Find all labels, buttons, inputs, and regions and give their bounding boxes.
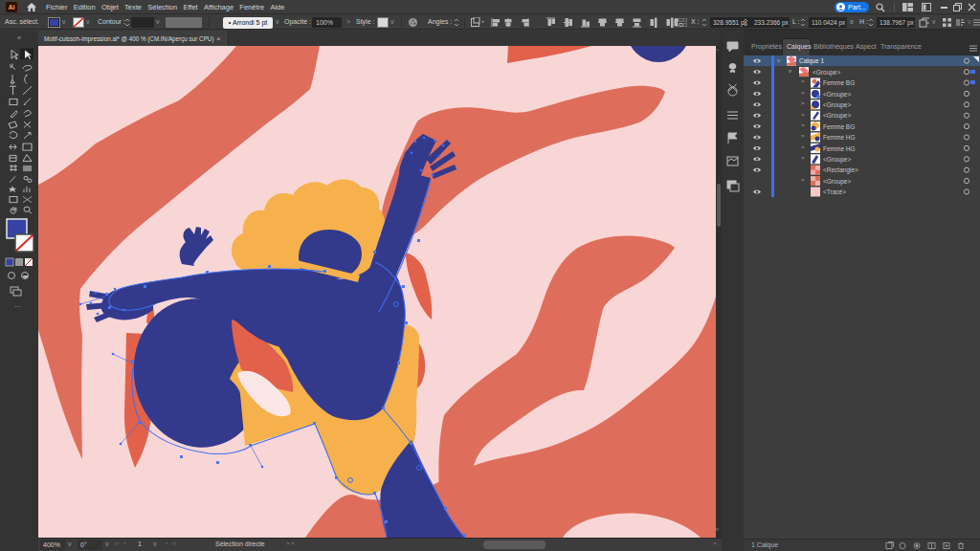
svg-text:...: ... — [14, 300, 21, 309]
